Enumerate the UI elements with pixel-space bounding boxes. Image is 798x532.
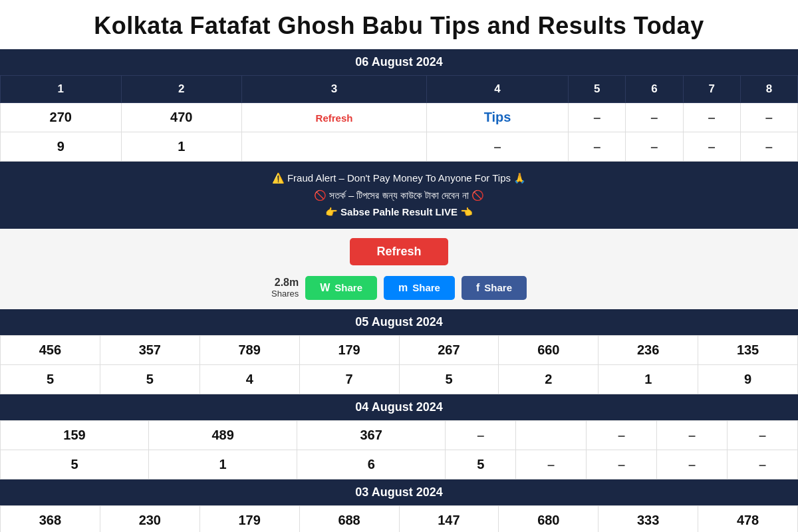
- refresh-inline[interactable]: Refresh: [316, 112, 353, 124]
- col-header-8: 8: [740, 76, 797, 103]
- cell-1-1-3: 7: [299, 364, 399, 394]
- cell-1-0-5: 660: [499, 335, 598, 364]
- cell-0-0-0: 270: [1, 103, 122, 132]
- cell-3-0-0: 368: [1, 505, 100, 532]
- cell-0-1-4: –: [569, 132, 626, 162]
- cell-1-1-6: 1: [598, 364, 698, 394]
- tips-cell: Tips: [484, 110, 511, 124]
- dash-cell: –: [688, 428, 696, 442]
- col-header-4: 4: [426, 76, 568, 103]
- cell-1-0-1: 357: [100, 335, 200, 364]
- cell-1-0-7: 135: [698, 335, 798, 364]
- cell-2-1-1: 1: [149, 450, 297, 479]
- dash-cell: –: [650, 139, 658, 154]
- cell-2-0-7: –: [727, 420, 797, 450]
- cell-3-0-5: 680: [499, 505, 598, 532]
- cell-1-1-4: 5: [399, 364, 499, 394]
- page-title: Kolkata Fatafat Ghosh Babu Tips and Resu…: [0, 0, 798, 49]
- cell-1-1-2: 4: [200, 364, 299, 394]
- date-header-2: 05 August 2024: [0, 309, 798, 335]
- cell-0-0-1: 470: [121, 103, 242, 132]
- cell-1-0-2: 789: [200, 335, 299, 364]
- dash-cell: –: [759, 457, 766, 471]
- cell-2-0-2: 367: [297, 420, 446, 450]
- cell-0-1-0: 9: [1, 132, 122, 162]
- col-header-6: 6: [626, 76, 683, 103]
- cell-2-1-4: –: [516, 450, 587, 479]
- cell-0-1-6: –: [683, 132, 740, 162]
- dash-cell: –: [547, 457, 555, 471]
- dash-cell: –: [477, 428, 484, 442]
- col-header-3: 3: [242, 76, 427, 103]
- cell-3-0-1: 230: [100, 505, 200, 532]
- cell-0-0-3[interactable]: Tips: [426, 103, 568, 132]
- cell-1-1-0: 5: [1, 364, 100, 394]
- cell-2-0-4: [516, 420, 587, 450]
- share-row: 2.8mSharesWSharemSharefShare: [0, 271, 798, 309]
- cell-1-0-0: 456: [1, 335, 100, 364]
- cell-2-0-1: 489: [149, 420, 297, 450]
- cell-2-0-3: –: [446, 420, 516, 450]
- cell-0-0-6: –: [683, 103, 740, 132]
- cell-0-0-5: –: [626, 103, 683, 132]
- cell-3-0-4: 147: [399, 505, 499, 532]
- alert-banner: ⚠️ Fraud Alert – Don't Pay Money To Anyo…: [0, 162, 798, 229]
- messenger-share-button[interactable]: mShare: [384, 276, 455, 300]
- col-header-5: 5: [569, 76, 626, 103]
- facebook-share-label: Share: [484, 282, 512, 293]
- cell-0-0-4: –: [569, 103, 626, 132]
- cell-3-0-6: 333: [598, 505, 698, 532]
- messenger-share-label: Share: [412, 282, 440, 293]
- cell-2-1-5: –: [587, 450, 657, 479]
- cell-2-0-5: –: [587, 420, 657, 450]
- cell-2-1-3: 5: [446, 450, 516, 479]
- cell-3-0-2: 179: [200, 505, 299, 532]
- cell-0-0-2[interactable]: Refresh: [242, 103, 427, 132]
- cell-1-0-3: 179: [299, 335, 399, 364]
- dash-cell: –: [593, 139, 600, 154]
- cell-3-0-3: 688: [299, 505, 399, 532]
- alert-line2: 🚫 সতর্ক – টিপসের জন্য কাউকে টাকা দেবেন ন…: [7, 187, 791, 204]
- shares-count: 2.8mShares: [271, 277, 299, 299]
- shares-label: Shares: [271, 289, 299, 299]
- col-header-1: 1: [1, 76, 122, 103]
- dash-cell: –: [618, 428, 625, 442]
- facebook-share-button[interactable]: fShare: [462, 276, 527, 300]
- dash-cell: –: [493, 139, 501, 154]
- whatsapp-share-button[interactable]: WShare: [305, 276, 377, 300]
- col-header-7: 7: [683, 76, 740, 103]
- whatsapp-share-label: Share: [334, 282, 362, 293]
- cell-1-1-5: 2: [499, 364, 598, 394]
- dash-cell: –: [765, 139, 773, 154]
- cell-2-1-0: 5: [1, 450, 149, 479]
- date-header-3: 04 August 2024: [0, 394, 798, 420]
- messenger-icon: m: [398, 282, 408, 294]
- refresh-btn-row: Refresh: [0, 229, 798, 271]
- cell-1-1-1: 5: [100, 364, 200, 394]
- dash-cell: –: [759, 428, 766, 442]
- cell-0-1-7: –: [740, 132, 797, 162]
- cell-0-1-1: 1: [121, 132, 242, 162]
- col-header-2: 2: [121, 76, 242, 103]
- cell-0-0-7: –: [740, 103, 797, 132]
- dash-cell: –: [618, 457, 625, 471]
- dash-cell: –: [765, 110, 773, 124]
- cell-2-1-2: 6: [297, 450, 446, 479]
- cell-1-0-4: 267: [399, 335, 499, 364]
- dash-cell: –: [593, 110, 600, 124]
- cell-2-0-6: –: [657, 420, 728, 450]
- refresh-button[interactable]: Refresh: [350, 238, 448, 265]
- shares-number: 2.8m: [271, 277, 299, 289]
- alert-line1: ⚠️ Fraud Alert – Don't Pay Money To Anyo…: [7, 170, 791, 187]
- dash-cell: –: [708, 139, 716, 154]
- dash-cell: –: [688, 457, 696, 471]
- dash-cell: –: [708, 110, 716, 124]
- cell-2-1-7: –: [727, 450, 797, 479]
- cell-2-1-6: –: [657, 450, 728, 479]
- date-header-4: 03 August 2024: [0, 479, 798, 505]
- cell-1-1-7: 9: [698, 364, 798, 394]
- whatsapp-icon: W: [320, 282, 330, 294]
- cell-3-0-7: 478: [698, 505, 798, 532]
- cell-1-0-6: 236: [598, 335, 698, 364]
- date-header-1: 06 August 2024: [0, 49, 798, 75]
